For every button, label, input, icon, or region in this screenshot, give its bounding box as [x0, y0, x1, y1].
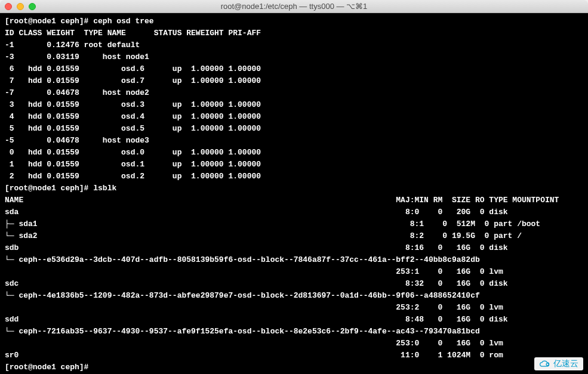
- osd-tree-row: 5 hdd 0.01559 osd.5 up 1.00000 1.00000: [5, 124, 266, 133]
- window-title: root@node1:/etc/ceph — ttys000 — ⌥⌘1: [5, 2, 583, 11]
- osd-tree-header: ID CLASS WEIGHT TYPE NAME STATUS REWEIGH…: [5, 29, 266, 38]
- osd-tree-row: 3 hdd 0.01559 osd.3 up 1.00000 1.00000: [5, 100, 266, 109]
- watermark: 亿速云: [534, 357, 583, 370]
- lsblk-row: 253:2 0 16G 0 lvm: [5, 303, 512, 312]
- lsblk-row: ├─ sda1 8:1 0 512M 0 part /boot: [5, 220, 540, 228]
- terminal-window: root@node1:/etc/ceph — ttys000 — ⌥⌘1 [ro…: [0, 0, 588, 374]
- watermark-text: 亿速云: [553, 358, 578, 369]
- lsblk-row: sdd 8:48 0 16G 0 disk: [5, 315, 512, 324]
- lsblk-row: 253:0 0 16G 0 lvm: [5, 339, 512, 348]
- prompt: [root@node1 ceph]#: [5, 363, 93, 372]
- osd-tree-row: 2 hdd 0.01559 osd.2 up 1.00000 1.00000: [5, 172, 266, 181]
- lsblk-row: sda 8:0 0 20G 0 disk: [5, 208, 512, 217]
- osd-tree-row: -5 0.04678 host node3: [5, 136, 270, 145]
- osd-tree-row: -3 0.03119 host node1: [5, 52, 270, 61]
- osd-tree-row: 4 hdd 0.01559 osd.4 up 1.00000 1.00000: [5, 112, 266, 121]
- lsblk-row: sdc 8:32 0 16G 0 disk: [5, 279, 512, 288]
- svg-point-0: [546, 363, 549, 366]
- minimize-button[interactable]: [17, 3, 24, 10]
- lsblk-header: NAME MAJ:MIN RM SIZE RO TYPE MOUNTPOINT: [5, 196, 559, 205]
- osd-tree-row: -1 0.12476 root default: [5, 41, 270, 50]
- close-button[interactable]: [5, 3, 12, 10]
- traffic-lights: [5, 3, 36, 10]
- osd-tree-row: 0 hdd 0.01559 osd.0 up 1.00000 1.00000: [5, 148, 266, 157]
- titlebar: root@node1:/etc/ceph — ttys000 — ⌥⌘1: [0, 0, 588, 13]
- maximize-button[interactable]: [29, 3, 36, 10]
- lsblk-row: sr0 11:0 1 1024M 0 rom: [5, 351, 512, 360]
- osd-tree-row: 6 hdd 0.01559 osd.6 up 1.00000 1.00000: [5, 64, 266, 73]
- lsblk-row: 253:1 0 16G 0 lvm: [5, 267, 512, 276]
- terminal-content[interactable]: [root@node1 ceph]# ceph osd tree ID CLAS…: [0, 13, 588, 374]
- lsblk-row: └─ ceph--7216ab35--9637--4930--9537--afe…: [5, 327, 480, 336]
- cloud-icon: [539, 360, 551, 368]
- lsblk-row: sdb 8:16 0 16G 0 disk: [5, 243, 512, 252]
- lsblk-row: └─ ceph--4e1836b5--1209--482a--873d--abf…: [5, 291, 480, 300]
- lsblk-row: └─ ceph--e536d29a--3dcb--407d--adfb--805…: [5, 255, 480, 264]
- prompt: [root@node1 ceph]#: [5, 184, 93, 193]
- prompt: [root@node1 ceph]#: [5, 17, 93, 26]
- osd-tree-row: -7 0.04678 host node2: [5, 88, 270, 97]
- osd-tree-row: 7 hdd 0.01559 osd.7 up 1.00000 1.00000: [5, 76, 266, 85]
- command: lsblk: [93, 184, 116, 193]
- lsblk-row: └─ sda2 8:2 0 19.5G 0 part /: [5, 231, 522, 240]
- command: ceph osd tree: [93, 17, 153, 26]
- osd-tree-row: 1 hdd 0.01559 osd.1 up 1.00000 1.00000: [5, 160, 266, 169]
